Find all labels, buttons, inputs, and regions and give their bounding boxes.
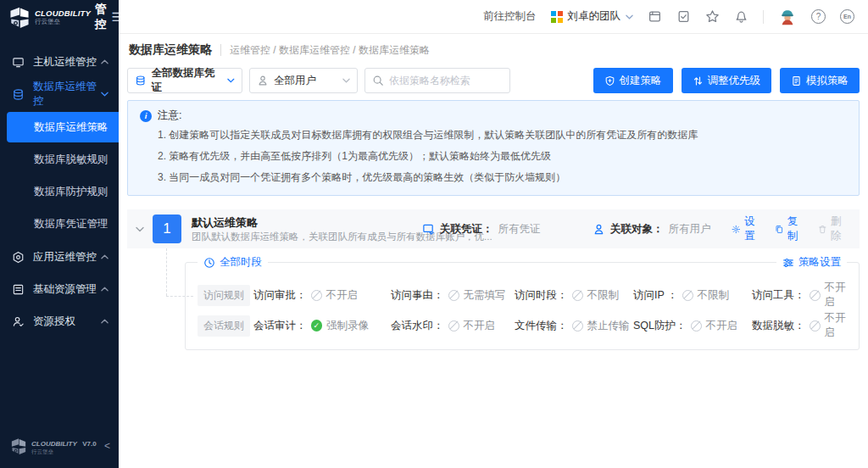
rule-item: 访问审批： 不开启 — [253, 288, 391, 303]
brand-subtitle: 行云堡垒 — [35, 19, 91, 25]
enabled-status-icon: ✓ — [311, 320, 323, 332]
rule-item: 访问时段： 不限制 — [515, 288, 633, 303]
sidebar-item-host-ops[interactable]: 主机运维管控 — [0, 46, 119, 78]
policy-settings-legend[interactable]: 策略设置 — [776, 255, 847, 270]
rule-item: 访问工具： 不开启 — [752, 281, 847, 309]
help-icon[interactable]: ? — [811, 9, 826, 24]
document-icon — [791, 75, 802, 86]
breadcrumb: 数据库运维策略 运维管控 / 数据库运维管控 / 数据库运维策略 — [127, 34, 860, 66]
credential-filter-select[interactable]: 全部数据库凭证 — [127, 68, 242, 93]
document-list-icon — [12, 283, 25, 296]
sort-arrows-icon — [693, 75, 704, 86]
search-icon — [372, 75, 384, 86]
time-period-legend: 全部时段 — [198, 255, 268, 270]
sliders-icon — [782, 257, 794, 269]
task-clipboard-icon[interactable] — [676, 9, 691, 24]
goto-console-link[interactable]: 前往控制台 — [483, 9, 537, 24]
disabled-status-icon — [810, 320, 821, 332]
policy-delete-button[interactable]: 删除 — [818, 214, 848, 243]
sidebar-item-resource-auth[interactable]: 资源授权 — [0, 305, 119, 337]
disabled-status-icon — [572, 320, 583, 332]
language-switch-icon[interactable]: En — [840, 9, 854, 24]
database-icon — [12, 88, 25, 101]
disabled-status-icon — [810, 290, 821, 301]
team-grid-icon — [551, 11, 563, 23]
sidebar-collapse-icon[interactable]: < — [104, 440, 110, 452]
person-icon — [593, 223, 605, 236]
trash-icon — [818, 224, 827, 235]
session-rules-row: 会话规则 会话审计： ✓ 强制录像 会话水印： 不开启 文件传输： 禁止传输 — [198, 310, 847, 341]
brand-product: 管控 — [95, 2, 107, 32]
rule-item: 访问事由： 无需填写 — [391, 288, 515, 303]
policy-description: 团队默认数据库运维策略，关联团队所有成员与所有数据库账户，优... — [192, 230, 410, 243]
footer-brand-subtitle: 行云堡垒 — [31, 449, 104, 455]
favorite-star-icon[interactable] — [705, 9, 720, 24]
footer-brand-name: CLOUDBILITY — [31, 440, 77, 448]
monitor-icon — [12, 56, 25, 69]
adjust-priority-button[interactable]: 调整优先级 — [682, 68, 772, 93]
brand-logo-icon — [8, 6, 31, 28]
database-icon — [135, 75, 146, 86]
footer-version: V7.0 — [82, 440, 96, 448]
workorder-icon[interactable] — [648, 9, 662, 24]
notice-title: 注意: — [158, 109, 181, 123]
chevron-down-icon — [227, 78, 235, 83]
chevron-up-icon — [101, 319, 108, 324]
simulate-policy-button[interactable]: 模拟策略 — [780, 68, 860, 93]
rule-item: 文件传输： 禁止传输 — [515, 319, 633, 333]
policy-card: 1 默认运维策略 团队默认数据库运维策略，关联团队所有成员与所有数据库账户，优.… — [127, 209, 860, 350]
notice-item: 1. 创建策略可以指定关联成员对目标数据库拥有的权限组合与运维限制，默认策略关联… — [158, 125, 847, 146]
credential-link-icon — [422, 223, 435, 236]
sidebar-item-resource-mgmt[interactable]: 基础资源管理 — [0, 273, 119, 305]
breadcrumb-divider — [220, 44, 221, 56]
create-policy-button[interactable]: 创建策略 — [593, 68, 673, 93]
rule-item: 数据脱敏： 不开启 — [752, 311, 847, 340]
policy-name: 默认运维策略 — [192, 215, 410, 230]
notice-item: 3. 当同一成员对同一个凭证拥有多个策略时，优先级最高的策略生效（类似于防火墙规… — [158, 167, 847, 188]
rule-item: 会话审计： ✓ 强制录像 — [253, 319, 391, 333]
disabled-status-icon — [691, 320, 702, 332]
page-title: 数据库运维策略 — [129, 42, 212, 58]
top-bar: CLOUDBILITY 行云堡垒 管控 ☰ 前往控制台 刘卓的团队 — [0, 0, 868, 34]
policy-search-box — [364, 68, 510, 93]
sidebar-item-db-masking-rules[interactable]: 数据库脱敏规则 — [7, 144, 119, 175]
brand-logo-icon-small — [10, 437, 27, 454]
user-avatar[interactable] — [778, 8, 797, 26]
person-check-icon — [12, 315, 25, 328]
clock-icon — [203, 257, 215, 269]
header-divider — [763, 10, 764, 24]
sidebar-item-app-ops[interactable]: 应用运维管控 — [0, 241, 119, 273]
disabled-status-icon — [682, 290, 693, 301]
shield-plus-icon — [604, 75, 615, 86]
policy-settings-button[interactable]: 设置 — [732, 214, 761, 243]
policy-header-row: 1 默认运维策略 团队默认数据库运维策略，关联团队所有成员与所有数据库账户，优.… — [127, 209, 860, 248]
sidebar: 主机运维管控 数据库运维管控 数据库运维策略 数据库脱敏规则 数据库防护规则 — [0, 34, 119, 468]
policy-copy-button[interactable]: 复制 — [775, 214, 804, 243]
chevron-down-icon — [342, 78, 350, 83]
notification-bell-icon[interactable] — [734, 9, 748, 24]
disabled-status-icon — [448, 320, 459, 332]
sidebar-item-database-ops[interactable]: 数据库运维管控 — [0, 78, 119, 110]
notice-banner: i 注意: 1. 创建策略可以指定关联成员对目标数据库拥有的权限组合与运维限制，… — [127, 100, 860, 196]
rule-item: 访问IP ： 不限制 — [633, 288, 752, 303]
access-rules-row: 访问规则 访问审批： 不开启 访问事由： 无需填写 访问时段： 不限制 — [198, 280, 847, 310]
sidebar-item-db-credential-mgmt[interactable]: 数据库凭证管理 — [7, 209, 119, 239]
main-content: 数据库运维策略 运维管控 / 数据库运维管控 / 数据库运维策略 全部数据库凭证… — [119, 34, 868, 468]
collapse-chevron-icon[interactable] — [136, 226, 144, 232]
filter-toolbar: 全部数据库凭证 全部用户 创建策略 — [127, 68, 860, 93]
sidebar-footer: CLOUDBILITY V7.0 行云堡垒 < — [0, 431, 119, 468]
gear-icon — [732, 224, 741, 235]
priority-badge: 1 — [153, 214, 181, 243]
user-filter-select[interactable]: 全部用户 — [249, 68, 358, 93]
notice-item: 2. 策略有优先级，并由高至低按序排列（1为最高优先级）；默认策略始终为最低优先… — [158, 146, 847, 167]
policy-search-input[interactable] — [389, 75, 503, 86]
disabled-status-icon — [448, 290, 459, 301]
chevron-up-icon — [101, 254, 108, 259]
sidebar-item-db-protection-rules[interactable]: 数据库防护规则 — [7, 176, 119, 207]
team-switcher[interactable]: 刘卓的团队 — [551, 9, 634, 24]
person-icon — [257, 75, 269, 86]
sidebar-item-db-ops-policy[interactable]: 数据库运维策略 — [7, 112, 119, 142]
disabled-status-icon — [311, 290, 322, 301]
associated-credentials: 关联凭证： 所有凭证 — [422, 222, 581, 237]
team-name: 刘卓的团队 — [568, 9, 621, 24]
